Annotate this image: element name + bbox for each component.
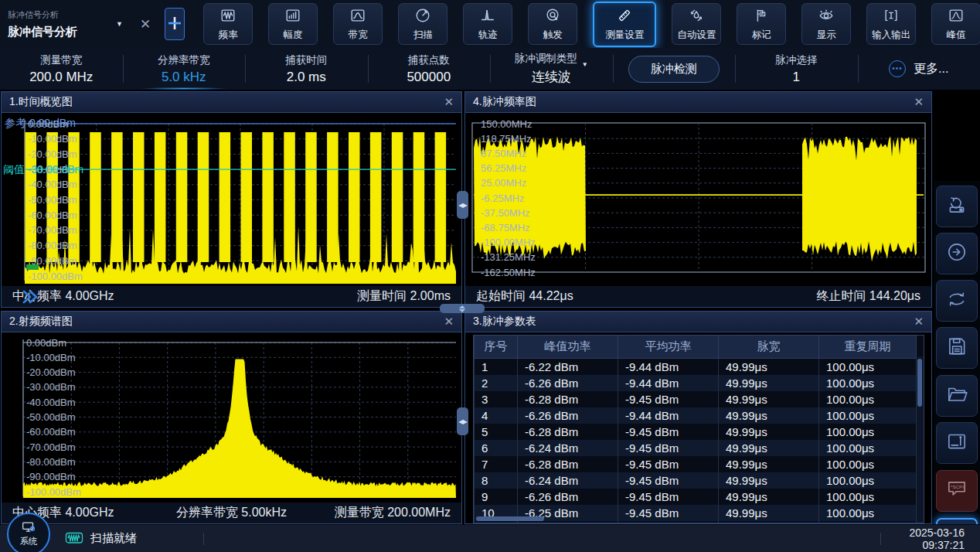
table-row[interactable]: 2-6.26 dBm-9.44 dBm49.99μs100.00μs bbox=[475, 375, 917, 391]
chevron-down-icon[interactable]: ▼ bbox=[116, 20, 123, 28]
table-cell: 49.99μs bbox=[719, 407, 819, 424]
table-cell: 100.00μs bbox=[819, 472, 917, 489]
table-column-header: 重复周期 bbox=[819, 336, 917, 359]
column-splitter-handle-bottom[interactable]: ◀▶ bbox=[457, 407, 468, 435]
table-row[interactable]: 8-6.24 dBm-9.45 dBm49.99μs100.00μs bbox=[475, 472, 917, 489]
table-cell: -9.45 dBm bbox=[618, 521, 719, 523]
table-cell: 1 bbox=[475, 359, 518, 376]
svg-text:-70.00dBm: -70.00dBm bbox=[28, 224, 77, 236]
table-cell: -9.45 dBm bbox=[618, 456, 719, 472]
sidebar-button-scpi[interactable]: *SCPI bbox=[936, 470, 978, 512]
toolbar-button-trace[interactable]: 轨迹 bbox=[463, 3, 512, 45]
date-text: 2025-03-16 bbox=[909, 526, 965, 539]
sidebar-button-run[interactable] bbox=[936, 233, 978, 274]
svg-text:-100.00dBm: -100.00dBm bbox=[26, 486, 81, 498]
close-icon[interactable]: ✕ bbox=[444, 95, 454, 109]
span-readout: 测量带宽 200.00MHz bbox=[335, 505, 451, 521]
bandwidth-icon bbox=[349, 7, 366, 27]
app-tab-label: 脉冲信号分析 bbox=[8, 9, 110, 21]
stop-time-readout: 终止时间 144.20μs bbox=[816, 288, 920, 305]
toolbar-button-meas[interactable]: 测量设置 bbox=[593, 2, 656, 47]
sidebar-button-preset[interactable] bbox=[936, 186, 978, 227]
table-row[interactable]: 1-6.22 dBm-9.44 dBm49.99μs100.00μs bbox=[475, 359, 917, 376]
setting-label: 脉冲调制类型▼ bbox=[515, 52, 588, 66]
close-icon[interactable]: ✕ bbox=[914, 95, 924, 109]
table-cell: -9.45 dBm bbox=[618, 472, 719, 489]
toolbar-button-peak[interactable]: 峰值 bbox=[931, 3, 980, 45]
setting-rbw[interactable]: 分辨率带宽5.0 kHz bbox=[123, 48, 246, 90]
statusbar-divider bbox=[203, 533, 204, 545]
toolbar-button-io[interactable]: 输入输出 bbox=[866, 3, 916, 45]
panel-header[interactable]: 1.时间概览图 ✕ bbox=[2, 92, 461, 113]
toolbar-button-display[interactable]: 显示 bbox=[801, 3, 851, 45]
table-row[interactable]: 6-6.24 dBm-9.45 dBm49.99μs100.00μs bbox=[475, 440, 917, 456]
svg-text:-162.50MHz: -162.50MHz bbox=[481, 267, 536, 278]
table-cell: 5 bbox=[475, 424, 518, 440]
horizontal-scrollbar[interactable] bbox=[476, 516, 544, 521]
toolbar-button-label: 触发 bbox=[543, 29, 563, 42]
sidebar-button-save[interactable] bbox=[936, 327, 978, 369]
table-row[interactable]: 3-6.28 dBm-9.45 dBm49.99μs100.00μs bbox=[475, 391, 917, 407]
pulse-frequency-footer: 起始时间 44.22μs 终止时间 144.20μs bbox=[465, 286, 931, 307]
table-cell: 9 bbox=[475, 489, 518, 505]
vertical-scrollbar[interactable] bbox=[916, 356, 924, 523]
close-icon[interactable]: ✕ bbox=[444, 315, 454, 329]
run-arrow-icon bbox=[945, 240, 968, 267]
more-label: 更多... bbox=[914, 61, 948, 77]
row-splitter-handle[interactable] bbox=[440, 304, 485, 313]
panel-title: 4.脉冲频率图 bbox=[473, 95, 536, 109]
setting-meas-bw[interactable]: 测量带宽200.0 MHz bbox=[0, 48, 123, 90]
system-button[interactable]: 系统 bbox=[7, 513, 50, 552]
table-row[interactable]: 4-6.26 dBm-9.44 dBm49.99μs100.00μs bbox=[475, 407, 917, 424]
column-splitter-handle-top[interactable]: ◀▶ bbox=[457, 191, 468, 219]
panel-header[interactable]: 2.射频频谱图 ✕ bbox=[2, 312, 461, 332]
table-row[interactable]: 11-6.23 dBm-9.45 dBm49.99μs100.00μs bbox=[475, 521, 917, 523]
panel-header[interactable]: 3.脉冲参数表 ✕ bbox=[465, 312, 931, 332]
pulse-frequency-chart[interactable]: 150.00MHz118.75MHz87.50MHz56.25MHz25.00M… bbox=[465, 113, 931, 286]
table-cell: 6 bbox=[475, 440, 518, 456]
table-row[interactable]: 7-6.28 dBm-9.45 dBm49.99μs100.00μs bbox=[475, 456, 917, 472]
sidebar-button-refresh[interactable] bbox=[936, 280, 978, 322]
setting-pulse-select[interactable]: 脉冲选择1 bbox=[735, 48, 858, 90]
add-view-button[interactable] bbox=[165, 8, 185, 40]
toolbar-button-label: 带宽 bbox=[349, 29, 368, 42]
svg-text:*SCPI: *SCPI bbox=[951, 484, 964, 489]
toolbar-button-amp[interactable]: 幅度 bbox=[268, 3, 318, 45]
toolbar-button-marker[interactable]: 标记 bbox=[737, 3, 786, 45]
rf-spectrum-footer: 中心频率 4.00GHz 分辨率带宽 5.00kHz 测量带宽 200.00MH… bbox=[2, 503, 461, 523]
toolbar-button-freq[interactable]: 频率 bbox=[203, 3, 253, 45]
table-row[interactable]: 5-6.28 dBm-9.45 dBm49.99μs100.00μs bbox=[475, 424, 917, 440]
svg-text:-30.00dBm: -30.00dBm bbox=[26, 381, 76, 393]
setting-value: 连续波 bbox=[532, 68, 571, 86]
sidebar-button-winlay[interactable] bbox=[936, 422, 978, 464]
sidebar-button-open[interactable] bbox=[936, 375, 978, 417]
pulse-detect-button[interactable]: 脉冲检测 bbox=[628, 56, 720, 83]
table-cell: -9.45 dBm bbox=[618, 505, 719, 521]
close-tab-icon[interactable]: ✕ bbox=[140, 16, 151, 32]
setting-cap-points[interactable]: 捕获点数500000 bbox=[368, 48, 491, 90]
top-toolbar: 脉冲信号分析 脉冲信号分析 ▼ ✕ 频率幅度带宽扫描轨迹触发测量设置自动设置标记… bbox=[0, 0, 980, 49]
app-tab[interactable]: 脉冲信号分析 脉冲信号分析 ▼ ✕ bbox=[0, 9, 151, 39]
close-icon[interactable]: ✕ bbox=[914, 315, 924, 329]
panel-header[interactable]: 4.脉冲频率图 ✕ bbox=[465, 92, 931, 113]
setting-pulse-detect[interactable]: 脉冲检测 bbox=[613, 48, 736, 90]
table-cell: -9.44 dBm bbox=[618, 407, 719, 424]
setting-mod-type[interactable]: 脉冲调制类型▼连续波 bbox=[490, 48, 613, 90]
svg-text:-131.25MHz: -131.25MHz bbox=[481, 251, 536, 263]
toolbar-button-bw[interactable]: 带宽 bbox=[333, 3, 383, 45]
rf-spectrum-chart[interactable]: 0.00dBm-10.00dBm-20.00dBm-30.00dBm-40.00… bbox=[2, 332, 461, 503]
double-chevron-right-icon[interactable] bbox=[19, 288, 43, 309]
toolbar-button-auto[interactable]: 自动设置 bbox=[672, 3, 721, 45]
table-row[interactable]: 9-6.26 dBm-9.45 dBm49.99μs100.00μs bbox=[475, 489, 917, 505]
svg-text:-100.00dBm: -100.00dBm bbox=[28, 271, 83, 282]
toolbar-button-trigger[interactable]: 触发 bbox=[528, 3, 577, 45]
setting-cap-time[interactable]: 捕获时间2.0 ms bbox=[245, 48, 368, 90]
time-overview-chart[interactable]: 0.00dBm-10.00dBm-20.00dBm-30.00dBm-40.00… bbox=[2, 113, 461, 286]
panel-title: 1.时间概览图 bbox=[9, 95, 73, 109]
table-cell: 100.00μs bbox=[819, 391, 917, 407]
toolbar-button-sweep[interactable]: 扫描 bbox=[398, 3, 447, 45]
peak-icon bbox=[948, 7, 965, 27]
table-cell: -9.45 dBm bbox=[618, 440, 719, 456]
more-button[interactable]: •••更多... bbox=[858, 48, 980, 90]
table-cell: 11 bbox=[475, 521, 518, 523]
